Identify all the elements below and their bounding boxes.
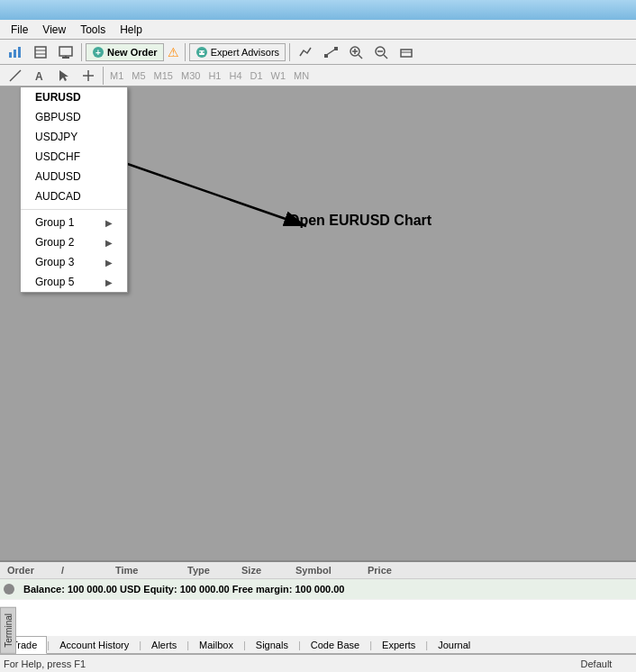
col-price: Price xyxy=(364,564,418,577)
properties-icon xyxy=(399,45,413,59)
menu-bar: File View Tools Help xyxy=(0,20,636,40)
balance-row: Balance: 100 000.00 USD Equity: 100 000.… xyxy=(0,579,636,600)
empty-rows xyxy=(0,600,636,636)
tab-mailbox[interactable]: Mailbox xyxy=(189,636,243,653)
tab-signals[interactable]: Signals xyxy=(246,636,298,653)
sep1 xyxy=(81,43,82,61)
new-order-icon: + xyxy=(92,46,104,59)
toolbar-properties-btn[interactable] xyxy=(395,42,418,62)
toolbar-objects-btn[interactable] xyxy=(319,42,342,62)
group3-arrow: ▶ xyxy=(105,258,113,268)
status-default: Default xyxy=(560,658,632,669)
tf-label-h4: H4 xyxy=(225,70,245,81)
toolbar-timeframes: A M1 M5 M15 M30 H1 H4 D1 W1 MN xyxy=(0,65,636,86)
expert-advisors-button[interactable]: Expert Advisors xyxy=(189,43,286,61)
col-symbol: Symbol xyxy=(292,564,364,577)
status-help: For Help, press F1 xyxy=(4,658,560,669)
svg-line-23 xyxy=(384,55,387,59)
dropdown-group3[interactable]: Group 3 ▶ xyxy=(21,252,127,272)
dropdown-group1[interactable]: Group 1 ▶ xyxy=(21,213,127,232)
text-icon: A xyxy=(32,68,47,83)
warning-icon: ⚠ xyxy=(166,45,181,59)
tf-label-mn: MN xyxy=(290,70,313,81)
tab-code-base[interactable]: Code Base xyxy=(301,636,369,653)
tf-label-m5: M5 xyxy=(128,70,149,81)
dropdown-eurusd[interactable]: EURUSD xyxy=(21,87,127,107)
svg-text:A: A xyxy=(35,70,43,83)
zoom-in-icon xyxy=(349,45,363,59)
toolbar-main: + New Order ⚠ Expert Advisors xyxy=(0,40,636,65)
toolbar-zoom-in-btn[interactable] xyxy=(344,42,368,62)
svg-line-19 xyxy=(359,55,362,59)
crosshair-icon xyxy=(81,68,95,83)
toolbar-crosshair-btn[interactable] xyxy=(77,66,100,86)
tab-experts[interactable]: Experts xyxy=(372,636,425,653)
dropdown-usdjpy[interactable]: USDJPY xyxy=(21,127,127,147)
sep4 xyxy=(103,67,104,85)
dropdown-audcad[interactable]: AUDCAD xyxy=(21,186,127,206)
chart-icon xyxy=(8,45,23,59)
toolbar-cursor-btn[interactable] xyxy=(52,66,76,86)
svg-rect-1 xyxy=(14,50,16,58)
group2-arrow: ▶ xyxy=(105,238,113,248)
tab-journal[interactable]: Journal xyxy=(428,636,480,653)
col-size: Size xyxy=(238,564,292,577)
line-icon xyxy=(8,68,23,83)
svg-rect-25 xyxy=(401,50,412,57)
tf-label-h1: H1 xyxy=(204,70,224,81)
svg-rect-6 xyxy=(59,47,72,56)
col-type: Type xyxy=(184,564,238,577)
dropdown-gbpusd[interactable]: GBPUSD xyxy=(21,107,127,127)
toolbar-indicators-btn[interactable] xyxy=(294,42,317,62)
tf-label-m15: M15 xyxy=(150,70,177,81)
toolbar-profiles-btn[interactable] xyxy=(54,42,77,62)
toolbar-new-chart-btn[interactable] xyxy=(4,42,27,62)
menu-tools[interactable]: Tools xyxy=(73,22,113,38)
templates-icon xyxy=(33,45,48,59)
menu-view[interactable]: View xyxy=(35,22,73,38)
chart-wrapper: EURUSD GBPUSD USDJPY USDCHF AUDUSD AUDCA… xyxy=(0,86,636,560)
toolbar-line-btn[interactable] xyxy=(4,66,27,86)
sep2 xyxy=(185,43,186,61)
indicators-icon xyxy=(298,45,313,59)
profiles-icon xyxy=(59,45,73,59)
tf-label-w1: W1 xyxy=(268,70,290,81)
balance-icon xyxy=(4,584,14,595)
col-slash: / xyxy=(58,564,112,577)
objects-icon xyxy=(323,45,338,59)
toolbar-zoom-out-btn[interactable] xyxy=(369,42,393,62)
tf-label-m1: M1 xyxy=(106,70,127,81)
dropdown-audusd[interactable]: AUDUSD xyxy=(21,167,127,186)
new-order-button[interactable]: + New Order xyxy=(86,43,164,61)
svg-point-13 xyxy=(199,51,201,53)
dropdown-sep xyxy=(21,209,127,210)
toolbar-templates-btn[interactable] xyxy=(29,42,52,62)
bottom-panel: Terminal Order / Time Type Size Symbol P… xyxy=(0,560,636,672)
svg-rect-3 xyxy=(35,47,46,58)
svg-line-27 xyxy=(10,70,21,81)
svg-rect-0 xyxy=(9,52,12,58)
title-bar xyxy=(0,0,636,20)
dropdown-group5[interactable]: Group 5 ▶ xyxy=(21,272,127,292)
terminal-label[interactable]: Terminal xyxy=(0,607,16,654)
svg-rect-17 xyxy=(334,47,338,50)
table-header: Order / Time Type Size Symbol Price xyxy=(0,562,636,579)
sep3 xyxy=(289,43,290,61)
balance-text: Balance: 100 000.00 USD Equity: 100 000.… xyxy=(20,581,348,597)
tab-alerts[interactable]: Alerts xyxy=(141,636,186,653)
svg-text:+: + xyxy=(95,48,101,58)
group5-arrow: ▶ xyxy=(105,277,113,287)
dropdown-group2[interactable]: Group 2 ▶ xyxy=(21,232,127,252)
toolbar-text-btn[interactable]: A xyxy=(28,66,51,86)
menu-help[interactable]: Help xyxy=(113,22,150,38)
expert-advisors-label: Expert Advisors xyxy=(211,47,279,58)
status-bar: For Help, press F1 Default xyxy=(0,654,636,672)
tab-account-history[interactable]: Account History xyxy=(50,636,139,653)
annotation-text: Open EURUSD Chart xyxy=(288,213,432,229)
group1-arrow: ▶ xyxy=(105,218,113,228)
dropdown-usdchf[interactable]: USDCHF xyxy=(21,147,127,167)
robot-icon xyxy=(195,46,208,59)
symbol-dropdown: EURUSD GBPUSD USDJPY USDCHF AUDUSD AUDCA… xyxy=(20,86,128,293)
menu-file[interactable]: File xyxy=(4,22,35,38)
app-container: File View Tools Help + New Order ⚠ Exper… xyxy=(0,0,636,672)
